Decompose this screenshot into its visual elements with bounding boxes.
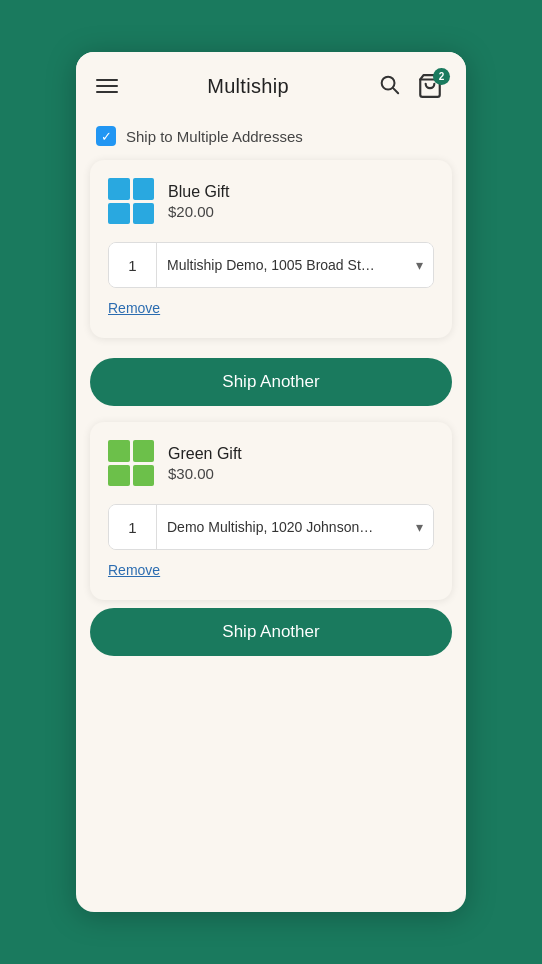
product-card-2: Green Gift $30.00 1 Demo Multiship, 1020… bbox=[90, 422, 452, 600]
cart-badge: 2 bbox=[433, 68, 450, 85]
cart-icon[interactable]: 2 bbox=[414, 70, 446, 102]
ship-multiple-checkbox-row: ✓ Ship to Multiple Addresses bbox=[76, 116, 466, 160]
product-price-1: $20.00 bbox=[168, 203, 229, 220]
product-info-1: Blue Gift $20.00 bbox=[108, 178, 434, 224]
address-select-1[interactable]: Multiship Demo, 1005 Broad St. 30... ▾ bbox=[157, 243, 433, 287]
ship-another-button-1[interactable]: Ship Another bbox=[90, 358, 452, 406]
search-icon[interactable] bbox=[378, 73, 400, 100]
checkbox-check-icon: ✓ bbox=[101, 130, 112, 143]
svg-line-1 bbox=[393, 88, 398, 93]
remove-link-2[interactable]: Remove bbox=[108, 562, 434, 578]
quantity-address-row-2: 1 Demo Multiship, 1020 Johnson St,... ▾ bbox=[108, 504, 434, 550]
product-details-2: Green Gift $30.00 bbox=[168, 445, 242, 482]
product-name-1: Blue Gift bbox=[168, 183, 229, 201]
quantity-1[interactable]: 1 bbox=[109, 243, 157, 287]
address-text-1: Multiship Demo, 1005 Broad St. 30... bbox=[167, 257, 377, 273]
address-select-2[interactable]: Demo Multiship, 1020 Johnson St,... ▾ bbox=[157, 505, 433, 549]
address-text-2: Demo Multiship, 1020 Johnson St,... bbox=[167, 519, 377, 535]
header-icons: 2 bbox=[378, 70, 446, 102]
menu-icon[interactable] bbox=[96, 79, 118, 93]
dropdown-arrow-1: ▾ bbox=[416, 257, 423, 273]
dropdown-arrow-2: ▾ bbox=[416, 519, 423, 535]
remove-link-1[interactable]: Remove bbox=[108, 300, 434, 316]
ship-multiple-checkbox[interactable]: ✓ bbox=[96, 126, 116, 146]
product-card-1: Blue Gift $20.00 1 Multiship Demo, 1005 … bbox=[90, 160, 452, 338]
header: Multiship 2 bbox=[76, 52, 466, 116]
product-info-2: Green Gift $30.00 bbox=[108, 440, 434, 486]
quantity-address-row-1: 1 Multiship Demo, 1005 Broad St. 30... ▾ bbox=[108, 242, 434, 288]
product-name-2: Green Gift bbox=[168, 445, 242, 463]
phone-container: Multiship 2 ✓ Ship to Multiple Ad bbox=[76, 52, 466, 912]
page-title: Multiship bbox=[207, 75, 289, 98]
ship-multiple-label: Ship to Multiple Addresses bbox=[126, 128, 303, 145]
product-details-1: Blue Gift $20.00 bbox=[168, 183, 229, 220]
ship-another-button-2[interactable]: Ship Another bbox=[90, 608, 452, 656]
quantity-2[interactable]: 1 bbox=[109, 505, 157, 549]
product-price-2: $30.00 bbox=[168, 465, 242, 482]
product-icon-green bbox=[108, 440, 154, 486]
product-icon-blue bbox=[108, 178, 154, 224]
